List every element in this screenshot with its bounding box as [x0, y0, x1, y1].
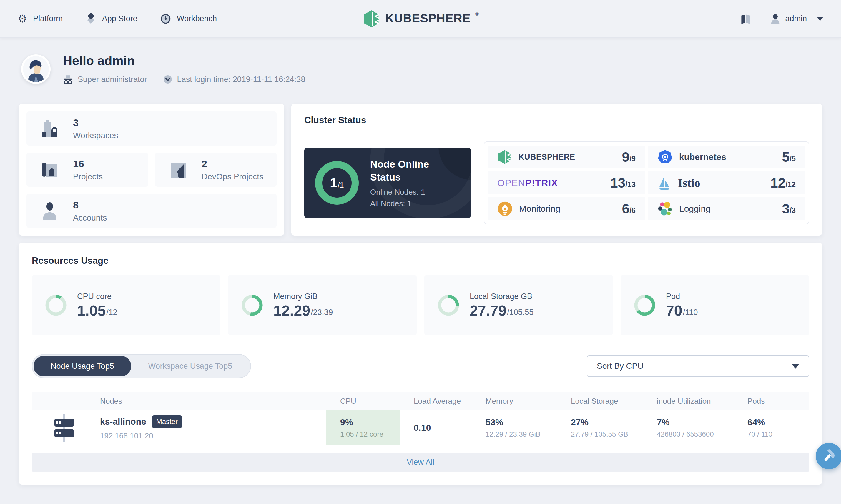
- greeting-section: Hello admin Super administrator Last log…: [21, 54, 841, 84]
- gauge-icon: [160, 14, 171, 24]
- component-kubernetes: kubernetes 5 /5: [648, 146, 805, 168]
- component-openpitrix-count: 13 /13: [610, 176, 636, 190]
- tab-workspace-usage-top5[interactable]: Workspace Usage Top5: [131, 356, 249, 376]
- role-meta: Super administrator: [63, 74, 147, 84]
- accounts-label: Accounts: [73, 213, 107, 222]
- devops-text: 2 DevOps Projects: [202, 158, 263, 181]
- memory-metric-label: Memory GiB: [274, 292, 333, 301]
- memory-percent: 53%: [486, 417, 557, 427]
- node-online-text: Node Online Status Online Nodes: 1 All N…: [370, 158, 458, 208]
- cluster-status-body: 1 /1 Node Online Status Online Nodes: 1 …: [304, 141, 809, 224]
- inode-cell: 7% 426803 / 6553600: [642, 411, 730, 445]
- projects-icon: [27, 160, 73, 179]
- component-monitoring-name: Monitoring: [519, 204, 560, 214]
- memory-metric-text: Memory GiB 12.29 /23.39: [274, 292, 333, 318]
- count-value: 3: [782, 202, 790, 216]
- load-average-value: 0.10: [414, 423, 471, 433]
- pods-percent: 64%: [748, 417, 809, 427]
- count-value: 9: [622, 150, 630, 164]
- view-all-button[interactable]: View All: [32, 453, 809, 472]
- storage-donut-icon: [438, 295, 459, 316]
- kubesphere-logo[interactable]: KUBESPHERE ®: [362, 9, 479, 29]
- cpu-cell: 9% 1.05 / 12 core: [326, 411, 400, 445]
- all-nodes-line: All Nodes: 1: [370, 199, 458, 208]
- openpitrix-bold-part: P!TRIX: [525, 178, 558, 188]
- nav-item-workbench[interactable]: Workbench: [160, 14, 217, 24]
- component-logging-count: 3 /3: [782, 202, 796, 216]
- select-caret-icon: [792, 364, 799, 369]
- component-istio-name: Istio: [678, 176, 700, 190]
- projects-tile[interactable]: 16 Projects: [27, 152, 148, 187]
- count-value: 6: [622, 202, 630, 216]
- component-logging: Logging 3 /3: [648, 197, 805, 220]
- cpu-metric-text: CPU core 1.05 /12: [77, 292, 118, 318]
- node-online-ratio: 1 /1: [315, 161, 359, 205]
- nav-item-platform[interactable]: ⚙ Platform: [18, 14, 63, 24]
- toolbox-fab-button[interactable]: [816, 443, 841, 469]
- nav-platform-label: Platform: [33, 14, 63, 23]
- pod-metric-tile: Pod 70 /110: [620, 275, 809, 335]
- projects-count: 16: [73, 158, 103, 170]
- administrator-icon: [63, 74, 73, 84]
- accounts-count: 8: [73, 199, 107, 211]
- kubesphere-dashboard: { "nav": { "items": [ { "label": "Platfo…: [0, 0, 841, 504]
- count-denominator: /6: [629, 206, 636, 215]
- storage-metric-label: Local Storage GB: [470, 292, 533, 301]
- user-icon: [770, 14, 781, 24]
- storage-detail: 27.79 / 105.55 GB: [571, 430, 642, 438]
- header-memory: Memory: [471, 397, 557, 406]
- inode-detail: 426803 / 6553600: [657, 430, 730, 438]
- nav-left-group: ⚙ Platform App Store Workbench: [18, 13, 217, 25]
- resources-usage-title: Resources Usage: [32, 255, 809, 266]
- kubesphere-icon: [497, 149, 512, 165]
- devops-label: DevOps Projects: [202, 172, 263, 181]
- avatar-image: [23, 56, 49, 82]
- projects-text: 16 Projects: [73, 158, 103, 181]
- nav-workbench-label: Workbench: [177, 14, 217, 23]
- nav-item-app-store[interactable]: App Store: [86, 13, 137, 25]
- devops-count: 2: [202, 158, 263, 170]
- nav-appstore-label: App Store: [102, 14, 137, 23]
- workspaces-count: 3: [73, 117, 118, 128]
- component-kubesphere: KUBESPHERE 9 /9: [488, 146, 645, 168]
- workspaces-tile[interactable]: 3 Workspaces: [27, 111, 277, 146]
- devops-tile[interactable]: 2 DevOps Projects: [155, 152, 277, 187]
- count-denominator: /5: [789, 155, 796, 163]
- accounts-text: 8 Accounts: [73, 199, 107, 222]
- tab-node-usage-top5[interactable]: Node Usage Top5: [34, 356, 131, 376]
- kubesphere-logo-icon: [362, 9, 381, 29]
- pod-metric-value: 70: [666, 304, 682, 318]
- node-online-panel: 1 /1 Node Online Status Online Nodes: 1 …: [304, 148, 471, 218]
- components-panel: KUBESPHERE 9 /9: [484, 141, 809, 224]
- storage-metric-text: Local Storage GB 27.79 /105.55: [470, 292, 533, 318]
- projects-label: Projects: [73, 172, 103, 181]
- online-nodes-line: Online Nodes: 1: [370, 187, 458, 197]
- header-nodes: Nodes: [32, 397, 326, 406]
- inode-percent: 7%: [657, 417, 730, 427]
- accounts-tile[interactable]: 8 Accounts: [27, 194, 277, 228]
- memory-metric-value: 12.29: [274, 304, 310, 318]
- component-kubernetes-count: 5 /5: [782, 150, 796, 164]
- component-istio: Istio 12 /12: [648, 172, 805, 194]
- logo-registered-mark: ®: [475, 12, 479, 17]
- pod-metric-text: Pod 70 /110: [666, 292, 698, 318]
- metrics-grid: CPU core 1.05 /12 Memory GiB 12.29 /23.3…: [32, 275, 809, 335]
- pods-cell: 64% 70 / 110: [730, 411, 809, 445]
- header-cpu: CPU: [326, 397, 400, 406]
- node-cell: ks-allinone Master 192.168.101.20: [32, 411, 326, 445]
- usage-controls-row: Node Usage Top5 Workspace Usage Top5 Sor…: [32, 354, 809, 378]
- load-average-cell: 0.10: [400, 411, 471, 445]
- cpu-metric-tile: CPU core 1.05 /12: [32, 275, 221, 335]
- nav-right-group: admin: [740, 14, 823, 24]
- local-storage-cell: 27% 27.79 / 105.55 GB: [557, 411, 642, 445]
- user-menu[interactable]: admin: [770, 14, 823, 24]
- last-login-icon: [163, 75, 172, 84]
- table-row[interactable]: ks-allinone Master 192.168.101.20 9% 1.0…: [32, 411, 809, 445]
- storage-percent: 27%: [571, 417, 642, 427]
- workspaces-icon: [27, 119, 73, 138]
- docs-book-icon[interactable]: [740, 14, 752, 24]
- sort-by-cpu-select[interactable]: Sort By CPU: [587, 355, 809, 377]
- node-name[interactable]: ks-allinone: [100, 417, 146, 427]
- count-denominator: /9: [629, 155, 636, 163]
- openpitrix-wordmark: OPENP!TRIX: [497, 178, 558, 188]
